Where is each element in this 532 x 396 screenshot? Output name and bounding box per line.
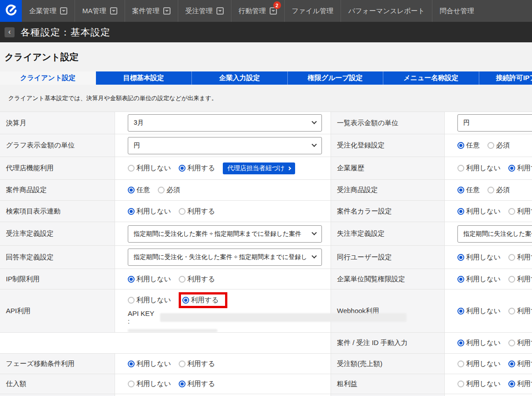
radio-option[interactable]: 任意 bbox=[457, 186, 480, 194]
tab-company-input[interactable]: 企業入力設定 bbox=[191, 71, 287, 85]
radio-option[interactable]: 利用しない bbox=[457, 275, 501, 284]
radio-icon[interactable] bbox=[128, 381, 135, 387]
nav-item-performance-report[interactable]: パフォーマンスレポート bbox=[341, 0, 432, 22]
radio-option[interactable]: 利用しない bbox=[128, 360, 171, 368]
select-value: 円 bbox=[134, 142, 140, 150]
nav-item-company[interactable]: 企業管理 bbox=[22, 0, 75, 22]
radio-icon[interactable] bbox=[457, 381, 464, 387]
radio-option[interactable]: 利用する bbox=[508, 339, 532, 347]
answer-rate-def-select[interactable]: 指定期間に受注化・失注化した案件 ÷ 指定期間末までに登録し bbox=[128, 249, 322, 266]
radio-option[interactable]: 利用しない bbox=[457, 253, 501, 262]
setting-label: 粗利益 bbox=[331, 374, 445, 394]
radio-icon[interactable] bbox=[128, 276, 135, 283]
company-view-permission-radios: 利用しない 利用する bbox=[457, 275, 532, 284]
radio-icon[interactable] bbox=[179, 276, 186, 283]
radio-option[interactable]: 利用しない bbox=[457, 360, 501, 368]
radio-option[interactable]: 利用しない bbox=[128, 207, 171, 216]
radio-option[interactable]: 利用する bbox=[182, 296, 219, 305]
radio-option[interactable]: 利用する bbox=[508, 307, 532, 315]
radio-icon[interactable] bbox=[128, 297, 135, 304]
radio-icon[interactable] bbox=[179, 360, 186, 367]
radio-icon[interactable] bbox=[179, 208, 186, 215]
empty-cell bbox=[0, 333, 331, 353]
radio-option[interactable]: 利用する bbox=[508, 275, 532, 284]
tab-goal-settings[interactable]: 目標基本設定 bbox=[96, 71, 192, 85]
agency-link-button[interactable]: 代理店担当者紐づけ bbox=[223, 162, 296, 174]
radio-option[interactable]: 必須 bbox=[158, 186, 180, 194]
radio-option[interactable]: 利用しない bbox=[457, 339, 501, 347]
radio-icon[interactable] bbox=[457, 165, 464, 172]
radio-option[interactable]: 利用する bbox=[508, 380, 532, 388]
radio-icon[interactable] bbox=[128, 165, 135, 172]
radio-option[interactable]: 利用する bbox=[508, 164, 532, 173]
dropdown-box-icon bbox=[110, 7, 117, 15]
nav-item-ma[interactable]: MA管理 bbox=[75, 0, 125, 22]
radio-option[interactable]: 利用しない bbox=[457, 307, 501, 315]
radio-option[interactable]: 利用する bbox=[508, 253, 532, 262]
radio-icon[interactable] bbox=[457, 308, 464, 315]
radio-option[interactable]: 利用する bbox=[179, 380, 215, 388]
radio-option[interactable]: 必須 bbox=[487, 141, 510, 150]
radio-option[interactable]: 利用しない bbox=[457, 207, 501, 216]
list-amount-unit-select[interactable]: 円 bbox=[457, 114, 532, 132]
radio-icon[interactable] bbox=[487, 187, 494, 193]
radio-icon[interactable] bbox=[457, 340, 464, 346]
radio-icon[interactable] bbox=[457, 142, 464, 149]
radio-icon[interactable] bbox=[128, 208, 135, 215]
app-logo[interactable] bbox=[0, 0, 22, 22]
nav-item-action[interactable]: 行動管理 2 bbox=[231, 0, 285, 22]
nav-item-deal[interactable]: 案件管理 bbox=[125, 0, 178, 22]
radio-icon[interactable] bbox=[457, 187, 464, 193]
nav-item-inquiry[interactable]: 問合せ管理 bbox=[432, 0, 481, 22]
radio-option[interactable]: 利用しない bbox=[128, 275, 171, 284]
radio-option[interactable]: 任意 bbox=[457, 141, 480, 150]
radio-option[interactable]: 任意 bbox=[128, 186, 150, 194]
order-rate-def-select[interactable]: 指定期間に受注化した案件 ÷ 指定期間末までに登録した案件 bbox=[128, 225, 322, 243]
radio-icon[interactable] bbox=[508, 208, 515, 215]
radio-icon[interactable] bbox=[457, 360, 464, 367]
radio-icon[interactable] bbox=[508, 381, 515, 387]
radio-option[interactable]: 利用しない bbox=[128, 164, 171, 173]
radio-icon[interactable] bbox=[182, 297, 189, 304]
radio-icon[interactable] bbox=[128, 360, 135, 367]
radio-label: 利用する bbox=[187, 360, 215, 368]
radio-icon[interactable] bbox=[508, 165, 515, 172]
radio-icon[interactable] bbox=[508, 308, 515, 315]
settings-row: IP制限利用 利用しない 利用する 企業単位閲覧権限設定 利用しない 利用する bbox=[0, 269, 532, 289]
graph-amount-unit-select[interactable]: 円 bbox=[128, 137, 322, 154]
radio-option[interactable]: 利用する bbox=[508, 360, 532, 368]
tab-permission-group[interactable]: 権限グループ設定 bbox=[287, 71, 383, 85]
radio-option[interactable]: 必須 bbox=[487, 186, 510, 194]
radio-option[interactable]: 利用しない bbox=[457, 380, 501, 388]
radio-icon[interactable] bbox=[487, 142, 494, 149]
radio-option[interactable]: 利用する bbox=[508, 207, 532, 216]
radio-icon[interactable] bbox=[457, 276, 464, 283]
radio-icon[interactable] bbox=[179, 381, 186, 387]
radio-option[interactable]: 利用する bbox=[179, 275, 215, 284]
radio-icon[interactable] bbox=[457, 208, 464, 215]
radio-option[interactable]: 利用する bbox=[179, 207, 215, 216]
radio-icon[interactable] bbox=[179, 165, 186, 172]
radio-icon[interactable] bbox=[508, 340, 515, 346]
tab-client-settings[interactable]: クライアント設定 bbox=[0, 71, 96, 85]
radio-option[interactable]: 利用する bbox=[179, 360, 215, 368]
radio-icon[interactable] bbox=[457, 254, 464, 261]
lost-rate-def-select[interactable]: 指定期間に失注化した案件 bbox=[457, 225, 532, 243]
settings-row: 案件 / 受注 ID 手動入力 利用しない 利用する bbox=[0, 333, 532, 354]
nav-item-file[interactable]: ファイル管理 bbox=[285, 0, 341, 22]
tab-menu-name[interactable]: メニュー名称設定 bbox=[383, 71, 479, 85]
nav-item-order[interactable]: 受注管理 bbox=[178, 0, 231, 22]
tab-allowed-ip[interactable]: 接続許可IPアドレス bbox=[479, 71, 532, 85]
fiscal-month-select[interactable]: 3月 bbox=[128, 114, 322, 132]
radio-option[interactable]: 利用しない bbox=[128, 296, 171, 305]
gross-profit-radios: 利用しない 利用する bbox=[457, 380, 532, 388]
back-button[interactable]: ‹ bbox=[5, 27, 15, 37]
radio-option[interactable]: 利用しない bbox=[457, 164, 501, 173]
radio-icon[interactable] bbox=[508, 360, 515, 367]
radio-icon[interactable] bbox=[158, 187, 165, 193]
radio-icon[interactable] bbox=[508, 276, 515, 283]
radio-option[interactable]: 利用しない bbox=[128, 380, 171, 388]
radio-option[interactable]: 利用する bbox=[179, 164, 215, 173]
radio-icon[interactable] bbox=[128, 187, 135, 193]
radio-icon[interactable] bbox=[508, 254, 515, 261]
